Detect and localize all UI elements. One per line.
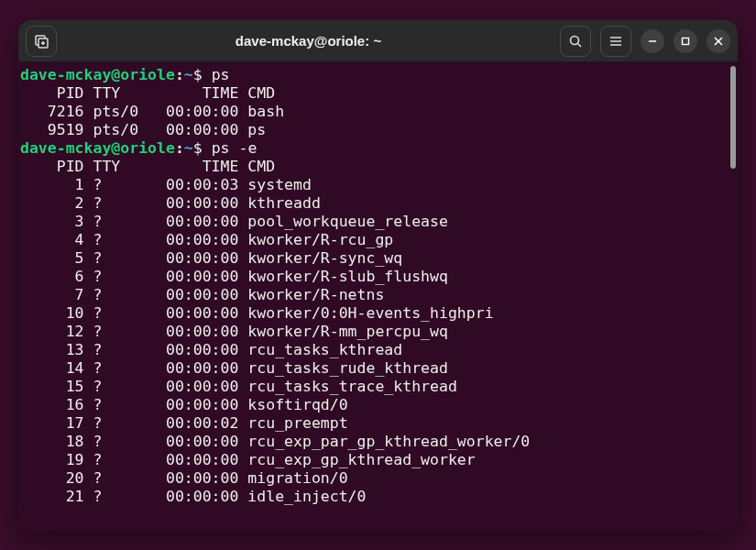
process-row: 18 ? 00:00:00 rcu_exp_par_gp_kthread_wor… <box>20 433 738 451</box>
search-icon <box>568 34 583 49</box>
process-row: 19 ? 00:00:00 rcu_exp_gp_kthread_worker <box>20 451 738 469</box>
prompt-user: dave-mckay@oriole <box>20 139 175 157</box>
close-icon <box>714 37 723 46</box>
window-title: dave-mckay@oriole: ~ <box>64 33 553 49</box>
svg-point-2 <box>571 36 579 44</box>
process-row: 7 ? 00:00:00 kworker/R-netns <box>20 286 738 304</box>
process-row: 4 ? 00:00:00 kworker/R-rcu_gp <box>20 231 738 249</box>
maximize-icon <box>681 37 690 46</box>
process-row: 17 ? 00:00:02 rcu_preempt <box>20 414 738 433</box>
scrollbar-thumb[interactable] <box>730 66 736 169</box>
process-row: 14 ? 00:00:00 rcu_tasks_rude_kthread <box>20 359 738 378</box>
process-row: 5 ? 00:00:00 kworker/R-sync_wq <box>20 249 738 268</box>
process-row: 13 ? 00:00:00 rcu_tasks_kthread <box>20 341 738 359</box>
search-button[interactable] <box>560 26 591 57</box>
prompt-user: dave-mckay@oriole <box>20 66 175 83</box>
minimize-button[interactable] <box>641 29 664 53</box>
process-row: 2 ? 00:00:00 kthreadd <box>20 194 738 213</box>
new-tab-icon <box>34 34 49 49</box>
terminal-body[interactable]: dave-mckay@oriole:~$ ps PID TTY TIME CMD… <box>18 62 738 532</box>
process-row: 16 ? 00:00:00 ksoftirqd/0 <box>20 396 738 414</box>
ps-header: PID TTY TIME CMD <box>20 158 738 176</box>
process-row: 15 ? 00:00:00 rcu_tasks_trace_kthread <box>20 378 738 396</box>
prompt-line: dave-mckay@oriole:~$ ps <box>20 66 738 84</box>
prompt-line: dave-mckay@oriole:~$ ps -e <box>20 139 738 158</box>
process-row: 9519 pts/0 00:00:00 ps <box>20 121 738 139</box>
ps-header: PID TTY TIME CMD <box>20 84 738 103</box>
command-text: ps -e <box>212 139 257 157</box>
minimize-icon <box>648 37 657 46</box>
process-row: 20 ? 00:00:00 migration/0 <box>20 469 738 488</box>
hamburger-icon <box>608 34 623 49</box>
close-button[interactable] <box>707 29 730 53</box>
titlebar: dave-mckay@oriole: ~ <box>18 20 738 62</box>
process-row: 12 ? 00:00:00 kworker/R-mm_percpu_wq <box>20 323 738 341</box>
process-row: 6 ? 00:00:00 kworker/R-slub_flushwq <box>20 268 738 286</box>
process-row: 10 ? 00:00:00 kworker/0:0H-events_highpr… <box>20 304 738 323</box>
prompt-path: ~ <box>184 66 193 83</box>
terminal-window: dave-mckay@oriole: ~ <box>18 20 738 532</box>
new-tab-button[interactable] <box>26 26 57 57</box>
prompt-path: ~ <box>184 139 193 157</box>
svg-rect-3 <box>683 38 689 44</box>
process-row: 1 ? 00:00:03 systemd <box>20 176 738 194</box>
maximize-button[interactable] <box>674 29 697 53</box>
menu-button[interactable] <box>600 26 631 57</box>
process-row: 3 ? 00:00:00 pool_workqueue_release <box>20 213 738 231</box>
process-row: 21 ? 00:00:00 idle_inject/0 <box>20 488 738 506</box>
process-row: 7216 pts/0 00:00:00 bash <box>20 103 738 121</box>
command-text: ps <box>212 66 230 83</box>
